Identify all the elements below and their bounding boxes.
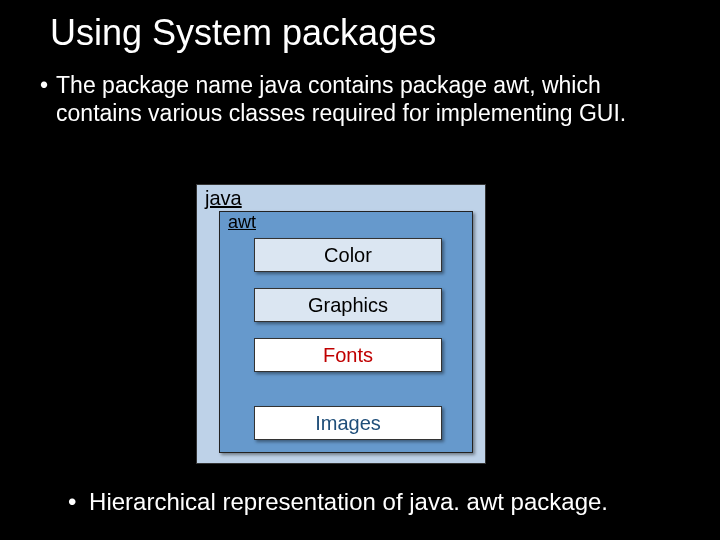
bullet-bottom-text: Hierarchical representation of java. awt… xyxy=(89,488,608,515)
awt-label: awt xyxy=(228,212,256,233)
bullet-bottom: • Hierarchical representation of java. a… xyxy=(68,488,608,516)
package-diagram: java awt Color Graphics Fonts Images xyxy=(196,184,486,464)
bullet-top-text: The package name java contains package a… xyxy=(56,72,680,127)
class-box-graphics: Graphics xyxy=(254,288,442,322)
awt-package-box: awt Color Graphics Fonts Images xyxy=(219,211,473,453)
bullet-dot: • xyxy=(68,488,76,515)
java-package-box: java awt Color Graphics Fonts Images xyxy=(196,184,486,464)
slide-title: Using System packages xyxy=(0,0,720,54)
class-box-images: Images xyxy=(254,406,442,440)
class-box-fonts: Fonts xyxy=(254,338,442,372)
class-box-color: Color xyxy=(254,238,442,272)
bullet-dot: • xyxy=(40,72,48,127)
java-label: java xyxy=(205,187,242,210)
bullet-top: • The package name java contains package… xyxy=(0,54,720,127)
